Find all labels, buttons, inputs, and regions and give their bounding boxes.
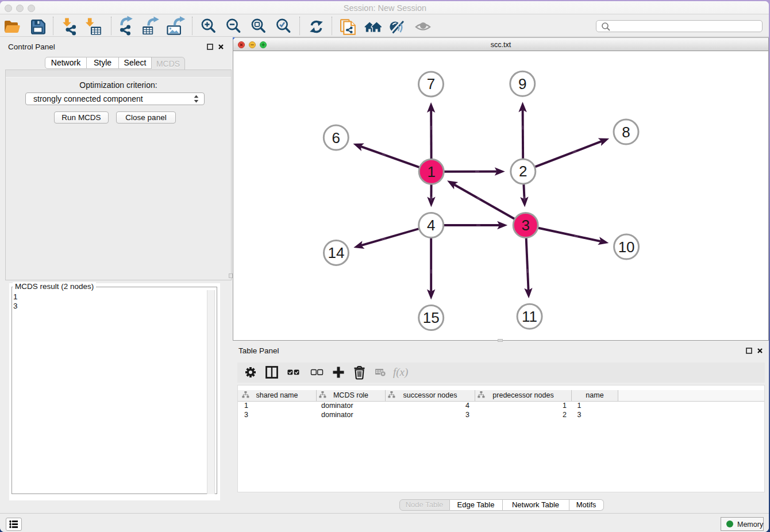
svg-text:14: 14 [328, 244, 345, 261]
svg-text:11: 11 [522, 307, 537, 325]
svg-text:3: 3 [521, 217, 529, 234]
svg-text:1: 1 [427, 163, 435, 180]
svg-text:4: 4 [427, 217, 435, 234]
svg-text:9: 9 [518, 75, 526, 92]
svg-text:f(x): f(x) [393, 366, 408, 379]
svg-text:10: 10 [618, 238, 635, 255]
svg-text:6: 6 [332, 129, 340, 146]
svg-text:15: 15 [423, 309, 440, 326]
svg-text:2: 2 [519, 163, 527, 180]
svg-text:8: 8 [622, 123, 630, 140]
svg-text:7: 7 [427, 75, 435, 92]
